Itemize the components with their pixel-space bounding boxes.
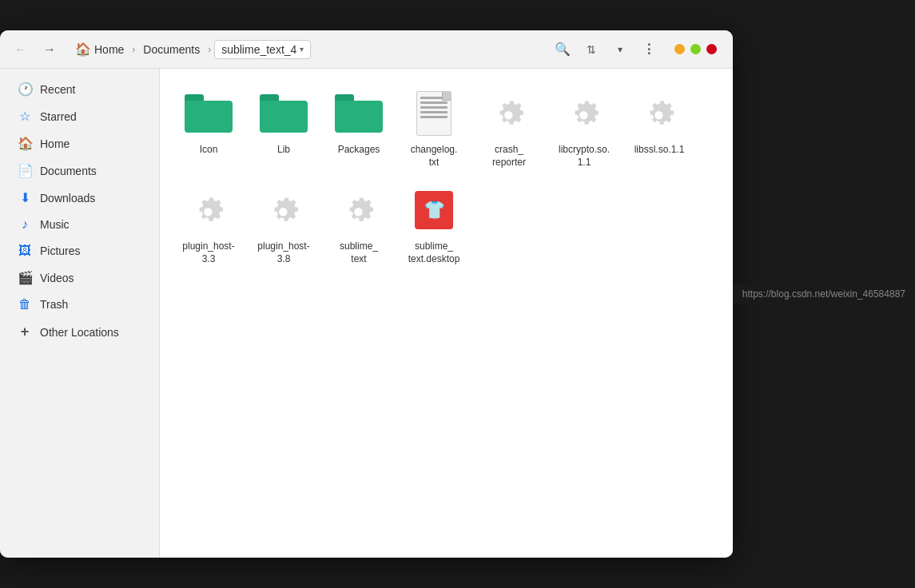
text-file-icon [416,91,452,136]
sidebar-label-pictures: Pictures [40,244,81,257]
sidebar-label-home: Home [40,137,70,150]
sidebar-item-starred[interactable]: ☆ Starred [5,103,154,129]
videos-icon: 🎬 [18,270,32,285]
sidebar-item-documents[interactable]: 📄 Documents [5,157,154,184]
home-sidebar-icon: 🏠 [18,136,32,151]
file-area: Icon Lib [160,69,733,558]
text-line [420,97,448,99]
folder-body-lib [260,101,308,133]
text-line [420,101,448,104]
breadcrumb-current-folder[interactable]: sublime_text_4 ▾ [214,40,311,59]
gear-icon-crash [488,93,530,134]
minimize-button[interactable] [674,44,685,54]
breadcrumb-home-label: Home [94,43,124,56]
current-folder-label: sublime_text_4 [221,43,296,56]
view-dropdown-button[interactable]: ▾ [607,37,633,62]
file-label-changelog: changelog.txt [411,144,458,169]
search-button[interactable]: 🔍 [550,37,575,62]
file-item-sublime-desktop[interactable]: 👕 sublime_text.desktop [398,178,470,272]
downloads-icon: ⬇ [18,190,32,205]
sidebar-label-trash: Trash [40,298,68,311]
file-label-libssl: libssl.so.1.1 [635,144,685,157]
sidebar-label-music: Music [40,218,70,231]
sidebar-label-recent: Recent [40,83,75,96]
menu-button[interactable]: ⋮ [636,37,662,62]
sidebar-item-downloads[interactable]: ⬇ Downloads [5,185,154,211]
maximize-button[interactable] [690,44,701,54]
sidebar-item-other-locations[interactable]: + Other Locations [5,318,154,346]
statusbar-url: https://blog.csdn.net/weixin_46584887 [742,288,905,300]
back-button[interactable]: ← [10,38,32,61]
file-item-sublime-text[interactable]: sublime_text [323,178,395,272]
trash-icon: 🗑 [18,297,32,312]
breadcrumb-documents[interactable]: Documents [138,40,205,59]
forward-button[interactable]: → [38,38,61,61]
file-manager-window: ← → 🏠 Home › Documents › sublime_text_4 … [0,30,733,558]
gear-wrapper-libssl [634,88,685,139]
file-item-plugin-host-38[interactable]: plugin_host-3.8 [248,178,320,272]
file-label-plugin33: plugin_host-3.3 [182,240,234,265]
file-label-crash: crash_reporter [492,144,526,169]
text-line [420,116,448,118]
breadcrumb-sep-1: › [132,44,135,55]
sidebar-label-downloads: Downloads [40,192,95,205]
back-icon: ← [14,42,27,57]
sidebar: 🕐 Recent ☆ Starred 🏠 Home 📄 Documents ⬇ … [0,69,160,558]
file-item-lib[interactable]: Lib [248,81,320,175]
sidebar-item-videos[interactable]: 🎬 Videos [5,264,154,291]
folder-icon-wrapper [183,88,234,139]
gear-icon-plugin33 [188,189,229,231]
search-icon: 🔍 [555,42,571,57]
folder-icon-wrapper-lib [258,88,309,139]
file-item-changelog[interactable]: changelog.txt [398,81,470,175]
file-label-desktop: sublime_text.desktop [408,240,460,265]
desktop-file-icon: 👕 [415,191,453,229]
home-icon: 🏠 [75,42,91,57]
sidebar-item-home[interactable]: 🏠 Home [5,130,154,157]
file-item-plugin-host-33[interactable]: plugin_host-3.3 [173,178,245,272]
gear-icon-libssl [639,93,680,134]
file-item-libssl[interactable]: libssl.so.1.1 [623,81,695,175]
shirt-icon: 👕 [424,200,445,220]
sort-button[interactable]: ⇅ [579,37,604,62]
text-file-wrapper [408,88,459,139]
sidebar-item-pictures[interactable]: 🖼 Pictures [5,238,154,264]
window-controls [674,44,717,54]
sidebar-label-documents: Documents [40,165,97,177]
file-label-icon: Icon [200,144,218,157]
file-item-libcrypto[interactable]: libcrypto.so.1.1 [548,81,620,175]
gear-wrapper-plugin38 [258,185,309,236]
folder-icon-wrapper-packages [333,88,384,139]
sidebar-label-videos: Videos [40,272,74,284]
music-icon: ♪ [18,217,32,232]
breadcrumb-documents-label: Documents [143,43,200,56]
file-item-packages[interactable]: Packages [323,81,395,175]
breadcrumb: 🏠 Home › Documents › sublime_text_4 ▾ [70,38,543,60]
main-area: 🕐 Recent ☆ Starred 🏠 Home 📄 Documents ⬇ … [0,69,733,558]
folder-icon [185,94,233,133]
sidebar-item-music[interactable]: ♪ Music [5,212,154,237]
file-item-crash-reporter[interactable]: crash_reporter [473,81,545,175]
folder-body [185,101,233,133]
gear-wrapper-plugin33 [183,185,234,236]
file-label-packages: Packages [338,144,380,157]
folder-icon-packages [335,94,383,133]
gear-wrapper-crash [483,88,535,139]
file-grid: Icon Lib [173,81,720,272]
pictures-icon: 🖼 [18,244,32,258]
gear-wrapper-sublime [333,185,384,236]
breadcrumb-dropdown-arrow: ▾ [300,45,304,54]
text-line [420,106,448,109]
file-label-libcrypto: libcrypto.so.1.1 [559,144,610,169]
file-item-icon[interactable]: Icon [173,81,245,175]
sidebar-item-trash[interactable]: 🗑 Trash [5,292,154,317]
sort-icon: ⇅ [587,43,596,56]
starred-icon: ☆ [18,109,32,124]
statusbar: https://blog.csdn.net/weixin_46584887 [733,284,915,304]
close-button[interactable] [706,44,717,54]
desktop-icon-wrapper: 👕 [408,185,459,236]
documents-icon: 📄 [18,163,32,178]
breadcrumb-home[interactable]: 🏠 Home [70,38,129,60]
sidebar-item-recent[interactable]: 🕐 Recent [5,76,154,102]
header-actions: 🔍 ⇅ ▾ ⋮ [550,37,662,62]
